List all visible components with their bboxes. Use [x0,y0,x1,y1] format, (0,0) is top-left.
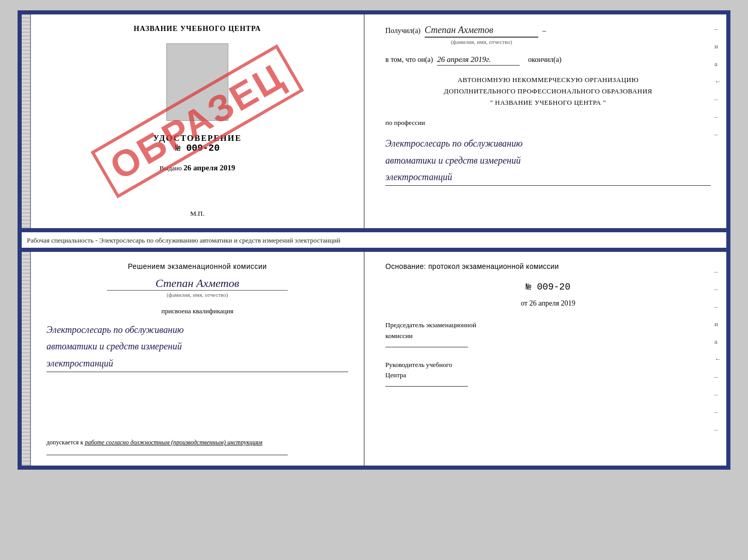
prisvoyena: присвоена квалификация [46,307,348,315]
vtom-line: в том, что он(а) 26 апреля 2019г. окончи… [385,55,711,66]
cert-title: УДОСТОВЕРЕНИЕ [153,134,242,143]
dash1: – [714,25,721,33]
predsedatel-sign-line [385,347,468,347]
cert-title-block: УДОСТОВЕРЕНИЕ № 009-20 [153,134,242,153]
profession-handwritten: Электрослесарь по обслуживанию автоматик… [385,135,711,186]
rukovoditel-line1: Руководитель учебного [385,360,711,371]
qualification-handwritten: Электрослесарь по обслуживанию автоматик… [46,322,348,372]
rukovoditel-block: Руководитель учебного Центра [385,360,711,387]
po-professii: по профессии [385,119,711,127]
rukovoditel-line2: Центра [385,370,711,381]
predsedatel-line1: Председатель экзаменационной [385,320,711,331]
diploma-bottom: Решением экзаменационной комиссии Степан… [18,248,730,470]
protokol-number: № 009-20 [385,282,711,292]
org-block: АВТОНОМНУЮ НЕКОММЕРЧЕСКУЮ ОРГАНИЗАЦИЮ ДО… [385,74,711,108]
bdash6: – [714,408,721,416]
dash2: – [714,95,721,103]
bletter-a: а [714,338,721,346]
bottom-right: Основание: протокол экзаменационной коми… [365,252,726,466]
qual-line2: автоматики и средств измерений [46,338,348,355]
received-line: Получил(а) Степан Ахметов (фамилия, имя,… [385,25,711,45]
org-line2: ДОПОЛНИТЕЛЬНОГО ПРОФЕССИОНАЛЬНОГО ОБРАЗО… [385,86,711,97]
profession-line3: электростанций [385,169,711,185]
bottom-left: Решением экзаменационной комиссии Степан… [31,252,365,466]
dash4: – [714,130,721,138]
qual-line3: электростанций [46,355,348,372]
bdash2: – [714,285,721,293]
right-side-dashes: – и а ← – – – [714,25,721,138]
ot-prefix: от [521,299,527,307]
name-block: Степан Ахметов (фамилия, имя, отчество) [46,275,348,298]
qual-line1: Электрослесарь по обслуживанию [46,322,348,338]
bdash7: – [714,425,721,434]
diploma-spine [22,14,31,228]
barrow-left: ← [714,355,721,363]
ot-date: от 26 апреля 2019 [385,299,711,308]
dopuskaetsya-text: работе согласно должностным (производств… [85,439,262,446]
predsedatel-block: Председатель экзаменационной комиссии [385,320,711,347]
letter-a: а [714,60,721,68]
arrow-left: ← [714,77,721,86]
fio-subtitle: (фамилия, имя, отчество) [107,290,288,298]
dash-after-name: – [542,27,546,35]
separator-label: Рабочая специальность - Электрослесарь п… [27,236,340,244]
separator-text: Рабочая специальность - Электрослесарь п… [18,232,730,248]
diploma-right: Получил(а) Степан Ахметов (фамилия, имя,… [365,14,726,228]
predsedatel-line2: комиссии [385,331,711,342]
org-name-top: НАЗВАНИЕ УЧЕБНОГО ЦЕНТРА [134,25,261,33]
ot-date-value: 26 апреля 2019 [529,299,575,307]
received-subtitle: (фамилия, имя, отчество) [425,37,538,45]
bottom-name: Степан Ахметов [46,277,348,290]
dopuskaetsya-prefix: допускается к [46,439,83,446]
letter-i: и [714,42,721,51]
received-label: Получил(а) [385,27,420,35]
osnovanie-title: Основание: протокол экзаменационной коми… [385,262,711,270]
dopuskaetsya: допускается к работе согласно должностны… [46,431,348,446]
profession-line2: автоматики и средств измерений [385,152,711,169]
issued-date: Выдано 26 апреля 2019 [160,164,235,172]
mp-line: М.П. [190,204,204,218]
diploma-spine-bottom [22,252,31,466]
dash3: – [714,113,721,121]
received-name: Степан Ахметов [425,25,538,37]
right-side-dashes-bottom: – – – и а ← – – – – [714,267,721,434]
photo-placeholder [166,43,228,121]
org-line1: АВТОНОМНУЮ НЕКОММЕРЧЕСКУЮ ОРГАНИЗАЦИЮ [385,74,711,86]
document-container: НАЗВАНИЕ УЧЕБНОГО ЦЕНТРА УДОСТОВЕРЕНИЕ №… [18,10,730,470]
issued-label: Выдано [160,164,182,172]
resheniem-line: Решением экзаменационной комиссии [46,262,348,270]
bdash1: – [714,267,721,276]
vtom-prefix: в том, что он(а) [385,56,433,64]
bdash4: – [714,373,721,381]
vtom-suffix: окончил(а) [528,56,562,64]
bletter-i: и [714,320,721,328]
diploma-left: НАЗВАНИЕ УЧЕБНОГО ЦЕНТРА УДОСТОВЕРЕНИЕ №… [31,14,365,228]
bdash5: – [714,390,721,398]
diploma-top: НАЗВАНИЕ УЧЕБНОГО ЦЕНТРА УДОСТОВЕРЕНИЕ №… [18,10,730,232]
issued-date-value: 26 апреля 2019 [183,164,235,172]
cert-number: № 009-20 [153,143,242,153]
rukovoditel-sign-line [385,386,468,387]
org-line3: " НАЗВАНИЕ УЧЕБНОГО ЦЕНТРА " [385,97,711,108]
bdash3: – [714,302,721,311]
vtom-date: 26 апреля 2019г. [437,55,520,66]
profession-line1: Электрослесарь по обслуживанию [385,135,711,152]
sign-line-bottom-left [46,455,288,455]
